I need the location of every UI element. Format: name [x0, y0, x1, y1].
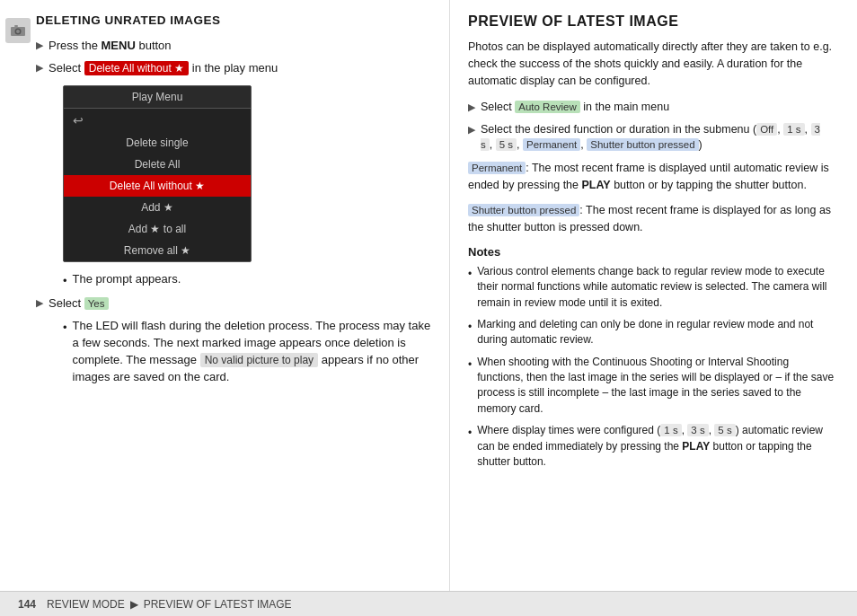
play-menu-box: Play Menu ↩ Delete single Delete All Del…: [63, 85, 252, 262]
footer-section: REVIEW MODE: [47, 598, 125, 611]
footer: 144 REVIEW MODE ▶ PREVIEW OF LATEST IMAG…: [0, 591, 857, 616]
prompt-text: The prompt appears.: [73, 271, 181, 288]
play-menu-title: Play Menu: [64, 86, 251, 109]
bullet-icon-1: •: [63, 320, 67, 337]
step3-text: Select Yes: [49, 295, 109, 312]
camera-icon: [5, 18, 31, 43]
note-bullet-2: •: [468, 320, 472, 335]
notes-title: Notes: [468, 245, 835, 259]
intro-text: Photos can be displayed automatically di…: [468, 39, 835, 89]
note3-text: When shooting with the Continuous Shooti…: [477, 355, 835, 418]
menu-back-icon: ↩: [64, 109, 251, 132]
note4: • Where display times were configured (1…: [468, 423, 835, 470]
bullet1-item: • The LED will flash during the deletion…: [36, 318, 431, 385]
menu-item-delete-all-without[interactable]: Delete All without ★: [64, 175, 251, 197]
svg-point-2: [16, 30, 20, 33]
right-arrow-1: ▶: [468, 101, 475, 114]
left-icon-bar: [0, 0, 36, 591]
right-step1: ▶ Select Auto Review in the main menu: [468, 100, 835, 116]
step3-item: ▶ Select Yes: [36, 295, 431, 312]
svg-rect-3: [14, 25, 18, 27]
prompt-bullet: • The prompt appears.: [36, 271, 431, 290]
menu-item-delete-all[interactable]: Delete All: [64, 154, 251, 175]
bullet1-text: The LED will flash during the deletion p…: [73, 318, 431, 385]
menu-item-remove-all-star[interactable]: Remove all ★: [64, 240, 251, 261]
note3: • When shooting with the Continuous Shoo…: [468, 355, 835, 418]
note1-text: Various control elements change back to …: [477, 264, 835, 311]
footer-arrow: ▶: [130, 598, 138, 611]
note-bullet-3: •: [468, 357, 472, 373]
step2-item: ▶ Select Delete All without ★ in the pla…: [36, 60, 431, 76]
left-section-title: DELETING UNRATED IMAGES: [36, 13, 431, 27]
menu-item-add-star[interactable]: Add ★: [64, 197, 251, 218]
menu-item-delete-single[interactable]: Delete single: [64, 132, 251, 154]
bullet-icon-prompt: •: [63, 273, 67, 290]
footer-page: 144: [18, 598, 36, 611]
note-bullet-4: •: [468, 426, 472, 441]
note4-text: Where display times were configured (1 s…: [477, 423, 835, 470]
para2-shutter: Shutter button pressed: The most recent …: [468, 202, 835, 236]
footer-subsection: PREVIEW OF LATEST IMAGE: [144, 598, 292, 611]
note2-text: Marking and deleting can only be done in…: [477, 317, 835, 348]
note-bullet-1: •: [468, 267, 472, 282]
right-panel: PREVIEW OF LATEST IMAGE Photos can be di…: [449, 0, 857, 591]
note1: • Various control elements change back t…: [468, 264, 835, 311]
menu-item-add-star-to-all[interactable]: Add ★ to all: [64, 218, 251, 240]
left-panel: DELETING UNRATED IMAGES ▶ Press the MENU…: [36, 0, 449, 591]
arrow-icon-1: ▶: [36, 39, 43, 52]
right-arrow-2: ▶: [468, 123, 475, 136]
para1-permanent: Permanent: The most recent frame is disp…: [468, 160, 835, 194]
step2-text: Select Delete All without ★ in the play …: [49, 60, 278, 76]
note2: • Marking and deleting can only be done …: [468, 317, 835, 348]
right-section-title: PREVIEW OF LATEST IMAGE: [468, 13, 835, 30]
arrow-icon-2: ▶: [36, 61, 43, 75]
step1-item: ▶ Press the MENU button: [36, 38, 431, 54]
page-container: DELETING UNRATED IMAGES ▶ Press the MENU…: [0, 0, 857, 616]
right-step2: ▶ Select the desired function or duratio…: [468, 122, 835, 154]
right-step2-text: Select the desired function or duration …: [481, 122, 835, 154]
content-area: DELETING UNRATED IMAGES ▶ Press the MENU…: [0, 0, 857, 591]
step1-text: Press the MENU button: [49, 38, 172, 54]
right-step1-text: Select Auto Review in the main menu: [481, 100, 669, 116]
arrow-icon-3: ▶: [36, 296, 43, 310]
